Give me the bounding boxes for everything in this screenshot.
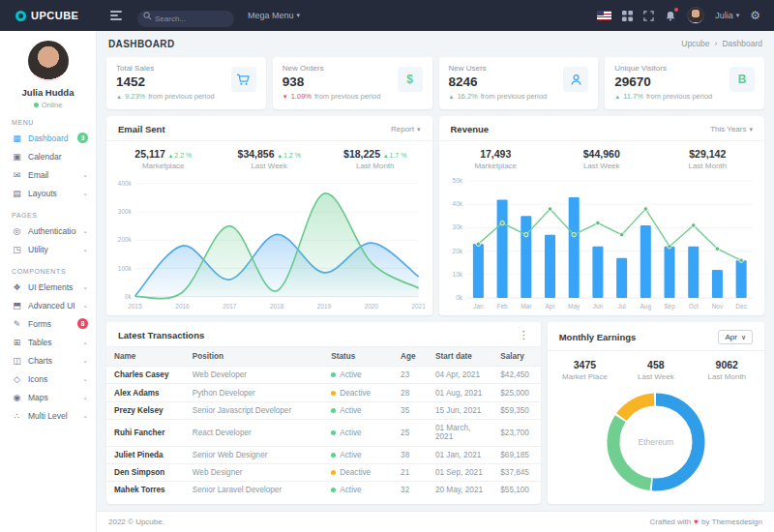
cell-name: Juliet Pineda (106, 446, 185, 463)
footer-copyright: 2022 © Upcube. (108, 517, 164, 526)
table-row: Alex AdamsPython DeveloperDeactive2801 A… (106, 384, 541, 401)
stat-delta: ▲ 16.2% from previous period (449, 92, 548, 101)
chevron-down-icon: ⌄ (82, 375, 88, 383)
user-menu-button[interactable]: Julia ▾ (715, 11, 739, 20)
earnings-stat-market-place: 3475Market Place (550, 359, 620, 381)
email-sent-header: Email Sent Report ▾ (106, 116, 432, 141)
svg-text:0k: 0k (456, 294, 463, 301)
sidebar-item-multi-level[interactable]: ∴Multi Level⌄ (0, 406, 96, 425)
cell-start-date: 20 May, 2021 (428, 482, 492, 499)
svg-text:Apr: Apr (545, 303, 555, 310)
svg-text:Sep: Sep (664, 303, 675, 310)
us-flag-icon[interactable] (597, 11, 611, 20)
stat-delta: ▲ 11.7% from previous period (614, 92, 712, 101)
cell-name: Ruhi Fancher (106, 420, 185, 446)
profile-status: Online (0, 101, 96, 109)
stat-value: 9062 (716, 359, 738, 370)
cell-age: 23 (393, 367, 428, 384)
menu-section-label-menu: MENU (0, 109, 96, 129)
search-box (137, 8, 234, 24)
menu-section-label-components: COMPONENTS (0, 258, 96, 278)
sidebar-item-charts[interactable]: ◫Charts⌄ (0, 351, 96, 369)
monthly-earnings-stats: 3475Market Place458Last Week9062Last Mon… (548, 351, 764, 383)
stat-value: 25,117 (134, 148, 165, 160)
sidebar-item-maps[interactable]: ◉Maps⌄ (0, 388, 96, 406)
stat-value: 8246 (449, 74, 548, 89)
svg-text:Nov: Nov (711, 303, 723, 310)
gear-icon[interactable]: ⚙ (750, 9, 760, 22)
sidebar-item-layouts[interactable]: ▤Layouts⌄ (0, 184, 96, 202)
menu-toggle-button[interactable] (106, 7, 126, 24)
notification-dot (674, 8, 678, 12)
stat-card-body: New Orders 938 ▼ 1.09% from previous per… (283, 64, 381, 103)
sidebar-item-tables[interactable]: ⊞Tables⌄ (0, 333, 96, 351)
stat-label: Marketplace (443, 162, 550, 170)
email-sent-stats: 25,117▴ 2.2 %Marketplace$34,856▴ 1.2 %La… (106, 141, 432, 173)
cell-start-date: 01 Jan, 2021 (428, 446, 492, 463)
report-dropdown[interactable]: Report ▾ (391, 125, 421, 133)
revenue-bar-chart: 0k10k20k30k40k50kJanFebMarAprMayJunJulAu… (439, 173, 765, 315)
this-years-dropdown[interactable]: This Years ▾ (710, 125, 753, 133)
table-row: Mahek TorresSenior Laravel DeveloperActi… (106, 482, 541, 499)
search-input[interactable] (137, 11, 234, 27)
stat-value: 17,493 (480, 148, 511, 160)
sidebar-item-calendar[interactable]: ▣Calendar (0, 147, 96, 165)
email-stat-last-month: $18,225▴ 1.7 %Last Month (322, 148, 429, 170)
chevron-down-icon: ⌄ (82, 302, 88, 310)
breadcrumb-home[interactable]: Upcube (681, 39, 709, 48)
sidebar-item-email[interactable]: ✉Email⌄ (0, 165, 96, 184)
table-row: Charles CaseyWeb DeveloperActive2304 Apr… (106, 367, 541, 384)
upcube-logo-icon (15, 11, 26, 21)
sidebar-item-utility[interactable]: ◳Utility⌄ (0, 240, 96, 258)
sidebar-item-forms[interactable]: ✎Forms8 (0, 314, 96, 333)
profile-name: Julia Hudda (0, 87, 96, 98)
svg-text:2017: 2017 (223, 302, 236, 309)
stat-value: $29,142 (689, 148, 726, 160)
page-title: DASHBOARD (108, 39, 175, 49)
stat-cards-row: Total Sales 1452 ▲ 9.23% from previous p… (106, 57, 764, 109)
sidebar-item-label: Layouts (28, 189, 76, 198)
column-header-start-date: Start date (428, 347, 492, 367)
sidebar-item-authentication[interactable]: ◎Authentication⌄ (0, 222, 96, 240)
cell-age: 28 (393, 384, 428, 401)
multi-level-icon: ∴ (12, 411, 22, 421)
cell-name: Charles Casey (106, 367, 185, 384)
revenue-stat-last-week: $44,960Last Week (549, 148, 655, 170)
sidebar-item-ui-elements[interactable]: ❖UI Elements⌄ (0, 278, 96, 296)
chevron-down-icon: ⌄ (82, 227, 88, 235)
cell-status: Active (323, 420, 393, 446)
user-avatar[interactable] (687, 7, 704, 24)
revenue-title: Revenue (451, 124, 490, 134)
brand-name: UPCUBE (31, 10, 78, 21)
bell-icon[interactable] (665, 10, 676, 22)
sidebar-item-label: Tables (28, 338, 76, 347)
stat-value: 29670 (614, 74, 712, 89)
svg-text:0k: 0k (125, 292, 132, 299)
monthly-earnings-header: Monthly Earnings Apr ∨ (548, 322, 764, 351)
sidebar-item-advanced-ui[interactable]: ⬒Advanced UI⌄ (0, 296, 96, 314)
stat-delta: ▴ 1.2 % (279, 152, 301, 160)
table-body: Charles CaseyWeb DeveloperActive2304 Apr… (106, 367, 541, 499)
sidebar-item-icons[interactable]: ◇Icons⌄ (0, 369, 96, 388)
kebab-menu-icon[interactable]: ⋮ (519, 330, 529, 340)
transactions-title: Latest Transactions (118, 330, 204, 340)
status-dot-icon (331, 430, 336, 435)
sidebar-item-label: Charts (28, 356, 76, 366)
month-select[interactable]: Apr ∨ (718, 330, 753, 344)
brand-logo[interactable]: UPCUBE (0, 10, 97, 21)
profile-avatar[interactable] (28, 41, 69, 81)
apps-grid-icon[interactable] (622, 11, 633, 21)
cell-salary: $59,350 (492, 401, 540, 419)
cell-age: 38 (393, 446, 428, 463)
monthly-earnings-card: Monthly Earnings Apr ∨ 3475Market Place4… (548, 322, 764, 504)
svg-text:2021: 2021 (412, 302, 426, 309)
svg-text:40k: 40k (452, 200, 462, 207)
fullscreen-icon[interactable] (643, 11, 654, 21)
menu-section-label-pages: PAGES (0, 202, 96, 222)
bottom-row: Latest Transactions ⋮ NamePositionStatus… (106, 322, 764, 504)
sidebar-item-label: Email (28, 170, 76, 180)
sidebar-item-dashboard[interactable]: ▦Dashboard3 (0, 129, 96, 147)
mega-menu-button[interactable]: Mega Menu ▾ (248, 11, 300, 20)
this-years-dropdown-label: This Years (710, 125, 746, 133)
chevron-down-icon: ⌄ (82, 283, 88, 291)
